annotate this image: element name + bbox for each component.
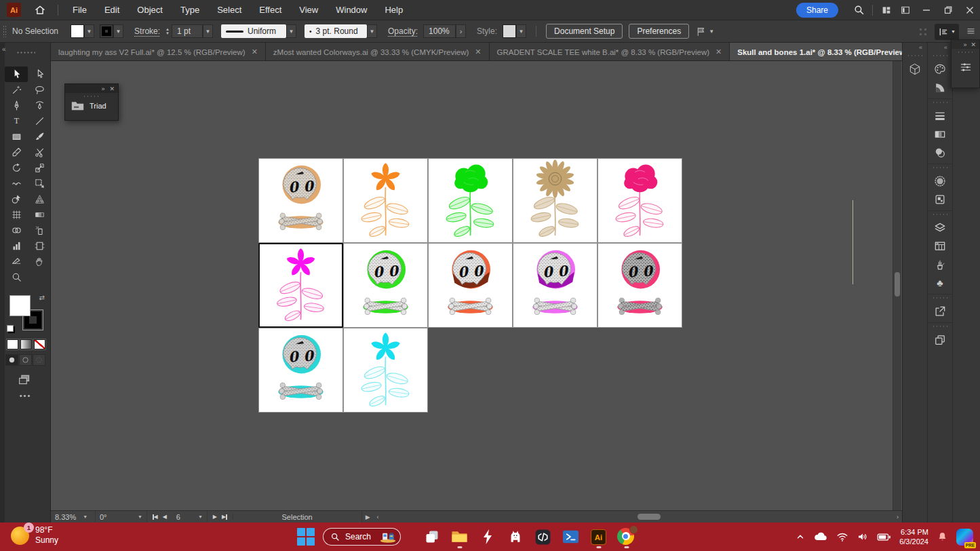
menu-help[interactable]: Help <box>376 0 412 20</box>
vertical-scrollbar[interactable] <box>893 61 901 510</box>
wifi-icon[interactable] <box>836 532 848 542</box>
artboard-8-skull[interactable]: 00 <box>428 243 513 328</box>
asset-export-panel-icon[interactable] <box>928 330 953 349</box>
shape-builder-tool[interactable] <box>5 191 28 207</box>
tab-close-icon[interactable]: ✕ <box>716 48 722 56</box>
scroll-right-arrow[interactable]: › <box>893 514 902 520</box>
volume-icon[interactable] <box>857 531 869 542</box>
vertical-scrollbar-thumb[interactable] <box>895 272 900 297</box>
artboard-6-flower-star[interactable] <box>258 243 343 328</box>
task-view-icon[interactable] <box>423 524 441 550</box>
fill-color-dropdown[interactable]: ▼ <box>84 24 94 38</box>
stroke-weight-stepper[interactable]: ▲▼ <box>165 27 170 35</box>
onedrive-icon[interactable] <box>813 531 828 542</box>
artboard-10-skull[interactable]: 00 <box>597 243 682 328</box>
triad-collapse-icon[interactable]: » <box>101 86 104 92</box>
next-artboard-button[interactable]: ▶ <box>213 514 217 520</box>
stroke-color-dropdown[interactable]: ▼ <box>113 24 123 38</box>
home-icon[interactable] <box>31 0 50 20</box>
symbols-panel-icon[interactable]: ♣ <box>928 273 953 292</box>
artboard-12-flower-star[interactable] <box>343 328 428 413</box>
rectangle-tool[interactable] <box>5 129 28 145</box>
search-highlight-image[interactable] <box>379 531 397 543</box>
color-mode-button[interactable] <box>7 339 18 349</box>
menu-view[interactable]: View <box>290 0 327 20</box>
document-setup-button[interactable]: Document Setup <box>546 24 623 39</box>
maximize-button[interactable] <box>938 0 958 20</box>
illustrator-icon[interactable]: Ai <box>589 524 608 550</box>
clock[interactable]: 6:34 PM 6/3/2024 <box>899 527 928 547</box>
menu-type[interactable]: Type <box>172 0 208 20</box>
chrome-icon[interactable] <box>617 524 635 550</box>
powershell-icon[interactable] <box>562 524 580 550</box>
width-profile-dropdown[interactable]: ▼ <box>286 24 296 38</box>
search-icon[interactable] <box>849 0 868 20</box>
panel-grip[interactable] <box>3 25 7 37</box>
props-collapse-icon[interactable]: » <box>963 41 966 48</box>
status-expand-arrow[interactable]: ▶ <box>362 514 374 520</box>
dock-grip[interactable] <box>932 54 948 57</box>
width-tool[interactable] <box>5 176 28 191</box>
artboard-5-flower-rose[interactable] <box>597 158 682 243</box>
scale-tool[interactable] <box>28 160 51 176</box>
dock-grip[interactable] <box>907 54 923 57</box>
menu-window[interactable]: Window <box>327 0 376 20</box>
battery-icon[interactable] <box>877 533 891 542</box>
horizontal-scrollbar[interactable] <box>383 511 893 523</box>
artboard-tool[interactable] <box>28 238 51 254</box>
horizontal-scrollbar-thumb[interactable] <box>638 514 661 520</box>
artboard-7-skull[interactable]: 00 <box>343 243 428 328</box>
artboard-number-select[interactable]: 6▼ <box>172 511 208 523</box>
graphic-styles-panel-icon[interactable] <box>928 190 953 208</box>
magic-wand-tool[interactable] <box>5 82 28 98</box>
panel-expand-toggle[interactable]: ▼ <box>935 24 959 40</box>
artboard-4-flower-sun[interactable] <box>513 158 597 243</box>
swap-fill-stroke-icon[interactable]: ⇄ <box>39 294 45 301</box>
artboard-11-skull[interactable]: 00 <box>258 328 343 413</box>
type-tool[interactable]: T <box>5 113 28 129</box>
style-swatch[interactable] <box>503 24 516 38</box>
menu-effect[interactable]: Effect <box>250 0 290 20</box>
workspace-switcher-icon[interactable] <box>896 0 915 20</box>
stroke-panel-icon[interactable] <box>928 107 953 125</box>
gradient-wedge-panel-icon[interactable] <box>928 78 953 96</box>
artboard-9-skull[interactable]: 00 <box>513 243 597 328</box>
preferences-button[interactable]: Preferences <box>629 24 689 39</box>
notification-bell-icon[interactable] <box>937 531 948 543</box>
symbol-sprayer-tool[interactable] <box>28 223 51 238</box>
lasso-tool[interactable] <box>28 82 51 98</box>
screen-mode-button[interactable] <box>18 373 31 385</box>
collapse-tools-icon[interactable]: « <box>2 45 6 53</box>
artboard-1-skull[interactable]: 00 <box>258 158 343 243</box>
draw-inside-button[interactable] <box>33 354 45 366</box>
brushes-panel-icon[interactable] <box>928 255 953 273</box>
opacity-label[interactable]: Opacity: <box>388 26 418 36</box>
artboard-3-flower-rose[interactable] <box>428 158 513 243</box>
last-artboard-button[interactable]: ▶ <box>222 514 227 520</box>
document-tab-3[interactable]: GRADENT SCALE TEE white B.ai* @ 8.33 % (… <box>490 43 730 61</box>
menu-select[interactable]: Select <box>208 0 250 20</box>
tray-chevron-icon[interactable] <box>796 532 805 542</box>
gradient-mode-button[interactable] <box>20 339 32 349</box>
start-button[interactable] <box>296 528 315 546</box>
copilot-icon[interactable]: PRE <box>956 529 973 546</box>
dock-grip[interactable] <box>932 213 948 216</box>
canvas[interactable]: » ✕ Triad 000000000000 <box>51 61 902 510</box>
line-segment-tool[interactable] <box>28 113 51 129</box>
dock-grip[interactable] <box>932 297 948 299</box>
stroke-weight-field[interactable]: 1 pt <box>172 24 203 38</box>
list-menu-icon[interactable] <box>966 26 976 37</box>
triad-close-icon[interactable]: ✕ <box>109 86 115 92</box>
first-artboard-button[interactable]: ◀ <box>153 514 158 520</box>
llama-icon[interactable] <box>506 524 524 550</box>
perspective-grid-tool[interactable] <box>28 191 51 207</box>
none-mode-button[interactable] <box>34 339 45 349</box>
share-button[interactable]: Share <box>796 3 838 18</box>
illustrator-app-icon[interactable]: Ai <box>7 3 21 17</box>
rotate-tool[interactable] <box>5 160 28 176</box>
tab-close-icon[interactable]: ✕ <box>475 48 481 56</box>
props-grip[interactable] <box>957 51 975 54</box>
transparency-panel-icon[interactable] <box>928 143 953 162</box>
zoom-level-select[interactable]: 8.33%▼ <box>51 511 96 523</box>
artboard-2-flower-star[interactable] <box>343 158 428 243</box>
